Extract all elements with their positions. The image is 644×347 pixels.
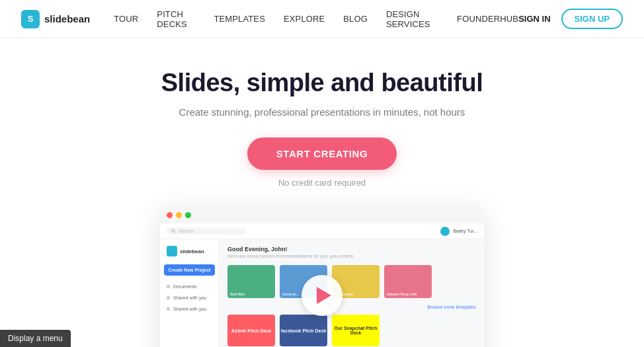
brand-card-airbnb[interactable]: Airbnb Pitch Deck [227, 315, 275, 346]
template-card-2[interactable]: I.i.a Silwater [332, 265, 380, 298]
no-credit-card-text: No credit card required [278, 178, 366, 188]
logo-text: slidebean [44, 13, 90, 24]
brand-cards-row: Airbnb Pitch Deck facebook Pitch Deck Ou… [227, 315, 476, 346]
nav-actions: SIGN IN SIGN UP [518, 9, 623, 29]
app-sidebar: slidebean Create New Project Documents S… [160, 239, 220, 347]
brand-card-airbnb-label: Airbnb Pitch Deck [231, 328, 271, 333]
signup-button[interactable]: SIGN UP [561, 9, 623, 29]
start-creating-button[interactable]: START CREATING [247, 137, 397, 170]
app-main-content: Good Evening, John! Here are some custom… [220, 239, 484, 347]
browse-templates-link[interactable]: Browse more templates [227, 305, 476, 309]
nav-link-founderhub[interactable]: FOUNDERHUB [457, 14, 518, 24]
nav-link-tour[interactable]: TOUR [114, 14, 138, 24]
nav-link-explore[interactable]: EXPLORE [284, 14, 325, 24]
template-card-label-1: Conte pr... [282, 292, 298, 296]
navbar: S slidebean TOUR PITCH DECKS TEMPLATES E… [0, 0, 644, 38]
app-header-bar: Search Bailey Tur... [160, 223, 484, 239]
brand-card-snap[interactable]: Our Snapchat Pitch Deck [332, 315, 380, 346]
hero-subtitle: Create stunning, professional presentati… [179, 106, 465, 118]
template-card-0[interactable]: Start Ben [227, 265, 275, 298]
template-cards-row: Start Ben Conte pr... I.i.a Silwater Upl… [227, 265, 476, 298]
nav-link-templates[interactable]: TEMPLATES [214, 14, 265, 24]
sidebar-item-label: Shared with you [173, 307, 206, 311]
sidebar-item-shared2[interactable]: Shared with you [164, 305, 215, 313]
app-user-name: Bailey Tur... [453, 229, 477, 233]
brand-card-facebook[interactable]: facebook Pitch Deck [280, 315, 327, 346]
app-user-area: Bailey Tur... [440, 227, 477, 236]
titlebar-close-dot [167, 212, 173, 218]
sidebar-item-label: Documents [173, 284, 196, 289]
template-card-label-2: I.i.a Silwater [335, 292, 354, 296]
nav-link-design-services[interactable]: DESIGN SERVICES [386, 9, 438, 29]
new-project-button[interactable]: Create New Project [164, 264, 215, 276]
logo-link[interactable]: S slidebean [21, 10, 90, 28]
hero-section: Slides, simple and beautiful Create stun… [0, 38, 644, 347]
template-card-3[interactable]: Upload / Drop a file [384, 265, 432, 298]
tooltip-text: Display a menu [8, 334, 63, 343]
app-search-placeholder: Search [179, 229, 193, 233]
logo-icon: S [21, 10, 40, 28]
sidebar-item-shared1[interactable]: Shared with you [164, 293, 215, 302]
sidebar-logo-icon [167, 246, 177, 256]
app-preview: Search Bailey Tur... slidebean Create Ne… [160, 206, 484, 347]
app-preview-body: slidebean Create New Project Documents S… [160, 239, 484, 347]
hero-title: Slides, simple and beautiful [161, 69, 483, 97]
sidebar-item-documents[interactable]: Documents [164, 282, 215, 291]
sidebar-logo: slidebean [164, 246, 215, 256]
tooltip-bar: Display a menu [0, 330, 71, 347]
app-search-bar[interactable]: Search [167, 227, 246, 235]
svg-point-0 [172, 229, 175, 232]
titlebar-minimize-dot [176, 212, 182, 218]
nav-link-pitch-decks[interactable]: PITCH DECKS [157, 9, 195, 29]
sidebar-item-dot [167, 307, 170, 311]
app-greeting-sub: Here are some custom recommendations for… [227, 254, 476, 258]
titlebar-fullscreen-dot [185, 212, 191, 218]
svg-line-1 [175, 232, 176, 233]
app-avatar [440, 227, 450, 236]
sidebar-item-dot [167, 285, 170, 288]
nav-link-blog[interactable]: BLOG [343, 14, 368, 24]
template-card-label-0: Start Ben [230, 292, 245, 296]
app-titlebar [160, 206, 484, 223]
template-card-label-3: Upload / Drop a file [387, 292, 417, 296]
search-icon [171, 229, 176, 233]
sidebar-item-dot [167, 296, 170, 299]
brand-card-facebook-label: facebook Pitch Deck [281, 328, 326, 333]
sidebar-item-label: Shared with you [173, 295, 206, 300]
nav-links: TOUR PITCH DECKS TEMPLATES EXPLORE BLOG … [114, 9, 518, 29]
sidebar-logo-text: slidebean [180, 249, 204, 254]
app-greeting: Good Evening, John! [227, 246, 476, 252]
signin-link[interactable]: SIGN IN [518, 14, 550, 24]
template-card-1[interactable]: Conte pr... [280, 265, 327, 298]
brand-card-snap-label: Our Snapchat Pitch Deck [332, 326, 380, 335]
